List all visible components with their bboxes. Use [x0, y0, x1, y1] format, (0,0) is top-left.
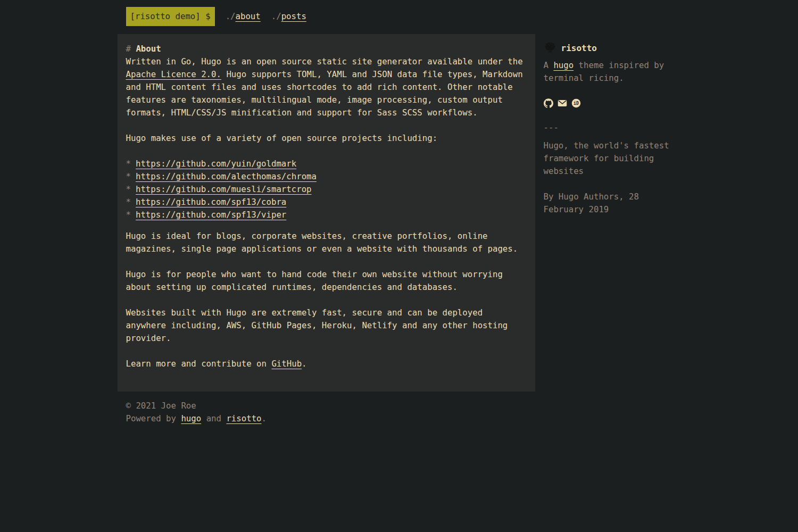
heading-hash: #: [126, 44, 131, 54]
paragraph-deployment: Websites built with Hugo are extremely f…: [126, 306, 527, 345]
footer-powered-by: Powered by hugo and risotto.: [126, 412, 672, 425]
text-segment: Written in Go, Hugo is an open source st…: [126, 56, 523, 66]
email-icon: [558, 98, 567, 112]
social-links: iD: [544, 98, 681, 112]
project-link[interactable]: https://github.com/spf13/cobra: [136, 197, 286, 207]
project-link[interactable]: https://github.com/alecthomas/chroma: [136, 171, 317, 181]
content-card: # About Written in Go, Hugo is an open s…: [118, 34, 535, 392]
project-link[interactable]: https://github.com/yuin/goldmark: [136, 159, 296, 169]
rice-bowl-icon: [544, 40, 556, 57]
hugo-theme-link[interactable]: hugo: [553, 60, 573, 70]
nav-item-about[interactable]: ./about: [226, 10, 261, 23]
project-link[interactable]: https://github.com/muesli/smartcrop: [136, 184, 312, 194]
sidebar-title: risotto: [561, 42, 597, 55]
page: [risotto demo] $ ./about ./posts # About…: [118, 0, 681, 425]
paragraph-outro: Learn more and contribute on GitHub.: [126, 358, 527, 370]
text-segment: A: [544, 60, 554, 70]
risotto-footer-link[interactable]: risotto: [226, 413, 261, 423]
orcid-link[interactable]: iD: [571, 98, 581, 112]
sidebar: risotto A hugo theme inspired by termina…: [544, 34, 681, 216]
paragraph-audience: Hugo is for people who want to hand code…: [126, 268, 527, 294]
list-bullet: *: [126, 197, 131, 207]
sidebar-title-row: risotto: [544, 42, 681, 55]
site-logo-badge[interactable]: [risotto demo] $: [126, 7, 215, 26]
nav-prefix: ./: [271, 11, 281, 21]
project-list-item: *https://github.com/yuin/goldmark: [126, 157, 527, 170]
paragraph-use-cases: Hugo is ideal for blogs, corporate websi…: [126, 230, 527, 255]
nav-item-posts[interactable]: ./posts: [271, 10, 306, 23]
svg-text:iD: iD: [573, 101, 579, 106]
project-list-item: *https://github.com/muesli/smartcrop: [126, 183, 527, 196]
paragraph-intro: Written in Go, Hugo is an open source st…: [126, 55, 527, 119]
top-nav: [risotto demo] $ ./about ./posts: [118, 7, 681, 26]
sidebar-divider: ---: [544, 121, 681, 134]
text-segment: .: [302, 359, 306, 369]
apache-licence-link[interactable]: Apache Licence 2.0.: [126, 69, 221, 79]
list-bullet: *: [126, 171, 131, 181]
list-bullet: *: [126, 159, 131, 169]
paragraph-projects-lead: Hugo makes use of a variety of open sour…: [126, 132, 527, 145]
list-bullet: *: [126, 210, 131, 220]
nav-item-label: posts: [281, 11, 306, 21]
sidebar-description: Hugo, the world's fastest framework for …: [544, 139, 681, 178]
project-list: *https://github.com/yuin/goldmark*https:…: [126, 157, 527, 221]
footer-copyright: © 2021 Joe Roe: [126, 400, 672, 412]
sidebar-tagline: A hugo theme inspired by terminal ricing…: [544, 59, 681, 85]
hugo-footer-link[interactable]: hugo: [181, 413, 201, 423]
email-link[interactable]: [558, 98, 567, 112]
text-segment: Powered by: [126, 413, 181, 423]
orcid-icon: iD: [571, 98, 581, 112]
github-contribute-link[interactable]: GitHub: [271, 359, 302, 369]
project-list-item: *https://github.com/spf13/viper: [126, 209, 527, 221]
nav-prefix: ./: [226, 11, 236, 21]
project-list-item: *https://github.com/alecthomas/chroma: [126, 170, 527, 183]
page-footer: © 2021 Joe Roe Powered by hugo and risot…: [118, 400, 681, 425]
sidebar-byline: By Hugo Authors, 28 February 2019: [544, 190, 681, 216]
text-segment: .: [262, 413, 267, 423]
project-list-item: *https://github.com/spf13/cobra: [126, 196, 527, 209]
text-segment: Learn more and contribute on: [126, 359, 272, 369]
text-segment: and: [201, 413, 226, 423]
list-bullet: *: [126, 184, 131, 194]
project-link[interactable]: https://github.com/spf13/viper: [136, 210, 286, 220]
github-link[interactable]: [544, 98, 553, 112]
heading-text: About: [136, 44, 161, 54]
page-title: # About: [126, 43, 527, 55]
nav-item-label: about: [236, 11, 261, 21]
github-icon: [544, 98, 553, 112]
